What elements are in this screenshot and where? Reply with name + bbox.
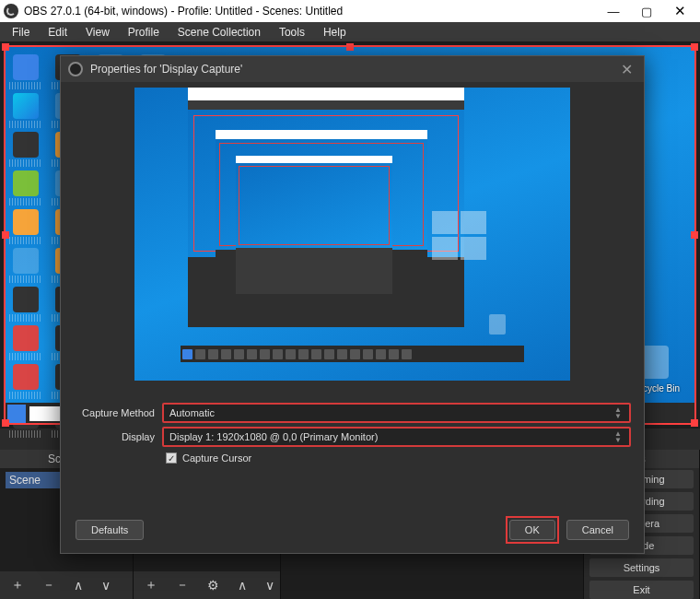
source-add-button[interactable]: ＋ [139, 575, 163, 595]
menu-profile[interactable]: Profile [120, 24, 168, 41]
menu-file[interactable]: File [4, 24, 38, 41]
exit-button[interactable]: Exit [589, 581, 694, 599]
menu-bar: File Edit View Profile Scene Collection … [0, 22, 700, 41]
display-select[interactable]: Display 1: 1920x1080 @ 0,0 (Primary Moni… [162, 427, 631, 447]
menu-edit[interactable]: Edit [40, 24, 76, 41]
source-settings-button[interactable]: ⚙ [202, 576, 225, 594]
stepper-icon: ▲▼ [612, 406, 624, 419]
obs-logo-icon [4, 4, 18, 18]
stepper-icon: ▲▼ [612, 430, 624, 443]
settings-button[interactable]: Settings [589, 558, 694, 577]
scene-up-button[interactable]: ∧ [68, 576, 88, 594]
source-up-button[interactable]: ∧ [232, 576, 252, 594]
menu-tools[interactable]: Tools [271, 24, 313, 41]
menu-help[interactable]: Help [315, 24, 355, 41]
window-title: OBS 27.0.1 (64-bit, windows) - Profile: … [24, 5, 597, 18]
capture-method-select[interactable]: Automatic ▲▼ [162, 403, 631, 423]
preview-taskbar [181, 346, 524, 362]
scene-add-button[interactable]: ＋ [6, 575, 29, 595]
capture-cursor-label: Capture Cursor [182, 452, 251, 464]
capture-method-label: Capture Method [74, 407, 162, 418]
minimize-button[interactable]: — [597, 0, 630, 22]
preview-windows-logo [432, 211, 487, 261]
preview-recycle-icon [489, 314, 506, 335]
properties-dialog: Properties for 'Display Capture' ✕ [60, 55, 645, 554]
dialog-preview [88, 88, 616, 399]
menu-view[interactable]: View [77, 24, 118, 41]
capture-method-value: Automatic [169, 407, 215, 418]
source-remove-button[interactable]: － [170, 575, 194, 595]
ok-button[interactable]: OK [509, 520, 555, 540]
defaults-button[interactable]: Defaults [76, 520, 144, 540]
capture-cursor-checkbox[interactable]: ✓ [166, 452, 177, 464]
close-button[interactable]: ✕ [663, 0, 696, 22]
maximize-button[interactable]: ▢ [630, 0, 663, 22]
recursive-preview [188, 88, 464, 327]
dialog-titlebar[interactable]: Properties for 'Display Capture' ✕ [61, 56, 644, 82]
display-label: Display [74, 431, 162, 442]
scene-down-button[interactable]: ∨ [96, 576, 116, 594]
window-titlebar: OBS 27.0.1 (64-bit, windows) - Profile: … [0, 0, 700, 22]
dialog-title: Properties for 'Display Capture' [90, 63, 242, 76]
menu-scene-collection[interactable]: Scene Collection [169, 24, 269, 41]
scene-remove-button[interactable]: － [37, 575, 61, 595]
dialog-close-button[interactable]: ✕ [617, 61, 636, 78]
obs-icon [68, 62, 83, 76]
source-down-button[interactable]: ∨ [260, 576, 280, 594]
display-value: Display 1: 1920x1080 @ 0,0 (Primary Moni… [169, 431, 378, 442]
cancel-button[interactable]: Cancel [566, 520, 629, 540]
